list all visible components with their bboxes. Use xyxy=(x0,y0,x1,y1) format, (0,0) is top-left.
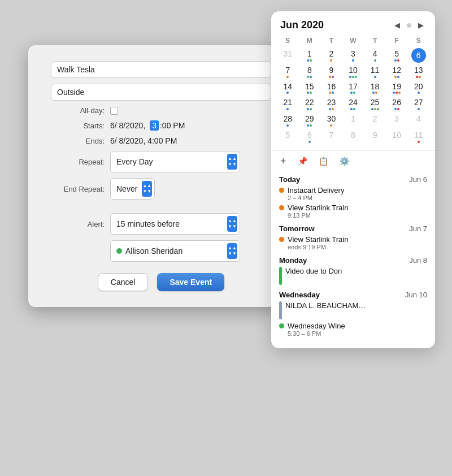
cal-day-jul1[interactable]: 1 xyxy=(342,113,364,128)
starts-hour[interactable]: 3 xyxy=(150,120,159,131)
cal-day-8[interactable]: 8 xyxy=(299,64,321,80)
cal-day-3[interactable]: 3 xyxy=(342,48,364,63)
allday-row: All-day: xyxy=(51,106,271,115)
cal-day-jul6[interactable]: 6 xyxy=(299,129,321,145)
cal-week-1: 31 1 2 3 4 5 6 xyxy=(277,48,429,63)
cal-day-9[interactable]: 9 xyxy=(320,64,342,80)
cal-day-15[interactable]: 15 xyxy=(299,81,321,96)
cancel-button[interactable]: Cancel xyxy=(98,273,149,291)
event-item[interactable]: Instacart Delivery 2 – 4 PM xyxy=(279,186,427,201)
cal-day-12[interactable]: 12 xyxy=(386,64,408,80)
cal-day-jul3[interactable]: 3 xyxy=(386,113,408,128)
cal-day-23[interactable]: 23 xyxy=(320,97,342,112)
cal-day-25[interactable]: 25 xyxy=(364,97,386,112)
cal-day-10[interactable]: 10 xyxy=(342,64,364,80)
cal-day-jul9[interactable]: 9 xyxy=(364,129,386,145)
day-header-t2: T xyxy=(364,36,386,46)
event-item[interactable]: Video due to Don xyxy=(279,267,427,285)
settings-button[interactable]: ⚙️ xyxy=(338,155,350,167)
cal-day-14[interactable]: 14 xyxy=(277,81,299,96)
cal-day-jul5[interactable]: 5 xyxy=(277,129,299,145)
cal-day-1[interactable]: 1 xyxy=(299,48,321,63)
event-day-name-today: Today xyxy=(279,175,300,184)
allday-checkbox[interactable] xyxy=(110,107,118,115)
alert-value: 15 minutes before xyxy=(116,219,223,228)
alert-stepper-down[interactable]: ▼ xyxy=(228,224,237,230)
calendar-grid: S M T W T F S 31 1 2 3 4 5 6 7 8 9 xyxy=(271,36,435,150)
event-day-header-monday: Monday Jun 8 xyxy=(279,256,427,265)
event-location-input[interactable] xyxy=(51,84,271,101)
alert-stepper[interactable]: ▲ ▼ xyxy=(227,216,237,232)
cal-day-24[interactable]: 24 xyxy=(342,97,364,112)
event-item[interactable]: View Starlink Train ends 9:19 PM xyxy=(279,235,427,250)
cal-prev-button[interactable]: ◀ xyxy=(392,20,402,31)
cal-week-4: 21 22 23 24 25 26 27 xyxy=(277,97,429,112)
event-item[interactable]: Wednesday Wine 5:30 – 6 PM xyxy=(279,322,427,337)
add-event-button[interactable]: + xyxy=(279,154,288,168)
cal-day-28[interactable]: 28 xyxy=(277,113,299,128)
calendar-select[interactable]: Allison Sheridan ▲ ▼ xyxy=(110,240,240,262)
action-buttons: Cancel Save Event xyxy=(51,273,271,291)
note-button[interactable]: 📋 xyxy=(318,155,329,167)
cal-day-31[interactable]: 31 xyxy=(277,48,299,63)
cal-day-26[interactable]: 26 xyxy=(386,97,408,112)
pin-button[interactable]: 📌 xyxy=(297,155,308,167)
day-header-m: M xyxy=(299,36,321,46)
repeat-stepper-up[interactable]: ▲ xyxy=(228,156,237,162)
cal-day-13[interactable]: 13 xyxy=(407,64,429,80)
cal-day-4[interactable]: 4 xyxy=(364,48,386,63)
cal-day-jul8[interactable]: 8 xyxy=(342,129,364,145)
cal-day-22[interactable]: 22 xyxy=(299,97,321,112)
starts-row: Starts: 6/ 8/2020, 3 :00 PM xyxy=(51,120,271,131)
calendar-stepper[interactable]: ▲ ▼ xyxy=(227,243,237,259)
repeat-select[interactable]: Every Day ▲ ▼ xyxy=(110,151,240,172)
save-event-button[interactable]: Save Event xyxy=(157,273,224,291)
event-day-header-wednesday: Wednesday Jun 10 xyxy=(279,291,427,299)
day-header-w: W xyxy=(342,36,364,46)
repeat-stepper-down[interactable]: ▼ xyxy=(228,162,237,167)
cal-day-6-wrapper[interactable]: 6 xyxy=(407,48,429,63)
alert-stepper-up[interactable]: ▲ xyxy=(228,218,237,224)
event-item[interactable]: NILDA L. BEAUCHAM… xyxy=(279,301,427,319)
ends-datetime[interactable]: 6/ 8/2020, 4:00 PM xyxy=(110,136,177,145)
cal-day-27[interactable]: 27 xyxy=(407,97,429,112)
event-day-date-tomorrow: Jun 7 xyxy=(409,224,427,233)
end-repeat-select[interactable]: Never ▲ ▼ xyxy=(110,178,155,200)
repeat-label: Repeat: xyxy=(51,158,105,166)
calendar-stepper-up[interactable]: ▲ xyxy=(228,245,237,251)
repeat-stepper[interactable]: ▲ ▼ xyxy=(227,154,237,170)
starts-datetime[interactable]: 6/ 8/2020, 3 :00 PM xyxy=(110,120,185,131)
end-repeat-stepper-down[interactable]: ▼ xyxy=(142,189,151,194)
cal-day-2[interactable]: 2 xyxy=(320,48,342,63)
event-item[interactable]: View Starlink Train 9:13 PM xyxy=(279,204,427,219)
cal-day-19[interactable]: 19 xyxy=(386,81,408,96)
end-repeat-stepper[interactable]: ▲ ▼ xyxy=(142,181,152,197)
event-content: Instacart Delivery 2 – 4 PM xyxy=(288,186,344,201)
cal-next-button[interactable]: ▶ xyxy=(416,20,426,31)
cal-day-7[interactable]: 7 xyxy=(277,64,299,80)
event-day-name-wednesday: Wednesday xyxy=(279,291,320,299)
calendar-stepper-down[interactable]: ▼ xyxy=(228,251,237,257)
cal-day-11[interactable]: 11 xyxy=(364,64,386,80)
alert-select[interactable]: 15 minutes before ▲ ▼ xyxy=(110,213,240,235)
cal-day-16[interactable]: 16 xyxy=(320,81,342,96)
event-title-input[interactable] xyxy=(51,61,271,78)
repeat-row: Repeat: Every Day ▲ ▼ xyxy=(51,151,271,172)
end-repeat-stepper-up[interactable]: ▲ xyxy=(142,183,151,189)
cal-day-jul2[interactable]: 2 xyxy=(364,113,386,128)
cal-day-18[interactable]: 18 xyxy=(364,81,386,96)
cal-day-jul4[interactable]: 4 xyxy=(407,113,429,128)
cal-day-29[interactable]: 29 xyxy=(299,113,321,128)
cal-day-20[interactable]: 20 xyxy=(407,81,429,96)
event-day-header-tomorrow: Tomorrow Jun 7 xyxy=(279,224,427,233)
end-repeat-row: End Repeat: Never ▲ ▼ xyxy=(51,178,271,200)
cal-day-jul11[interactable]: 11 xyxy=(407,129,429,145)
cal-day-30[interactable]: 30 xyxy=(320,113,342,128)
calendar-value: Allison Sheridan xyxy=(125,246,223,256)
cal-day-17[interactable]: 17 xyxy=(342,81,364,96)
event-time: ends 9:19 PM xyxy=(288,244,348,250)
cal-day-5[interactable]: 5 xyxy=(386,48,408,63)
cal-day-21[interactable]: 21 xyxy=(277,97,299,112)
cal-day-jul10[interactable]: 10 xyxy=(386,129,408,145)
cal-day-jul7[interactable]: 7 xyxy=(320,129,342,145)
